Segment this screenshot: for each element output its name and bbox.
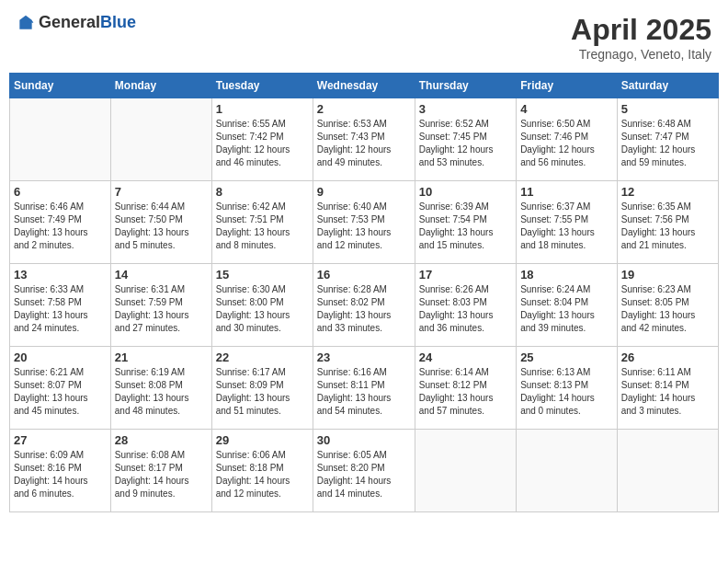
day-number: 7	[115, 185, 208, 199]
day-number: 3	[419, 102, 512, 116]
calendar-week-row: 1Sunrise: 6:55 AM Sunset: 7:42 PM Daylig…	[10, 98, 719, 181]
day-number: 25	[520, 350, 613, 364]
day-info: Sunrise: 6:14 AM Sunset: 8:12 PM Dayligh…	[419, 366, 512, 418]
day-info: Sunrise: 6:28 AM Sunset: 8:02 PM Dayligh…	[317, 283, 411, 335]
table-row: 7Sunrise: 6:44 AM Sunset: 7:50 PM Daylig…	[110, 181, 211, 264]
day-info: Sunrise: 6:08 AM Sunset: 8:17 PM Dayligh…	[115, 449, 208, 500]
location-text: Tregnago, Veneto, Italy	[571, 47, 711, 62]
table-row: 28Sunrise: 6:08 AM Sunset: 8:17 PM Dayli…	[110, 430, 211, 512]
day-number: 13	[14, 268, 107, 282]
day-number: 21	[115, 350, 208, 364]
table-row: 5Sunrise: 6:48 AM Sunset: 7:47 PM Daylig…	[617, 98, 718, 181]
day-info: Sunrise: 6:13 AM Sunset: 8:13 PM Dayligh…	[520, 366, 613, 418]
day-info: Sunrise: 6:37 AM Sunset: 7:55 PM Dayligh…	[520, 201, 613, 252]
day-number: 12	[621, 185, 714, 199]
table-row	[110, 98, 211, 181]
col-sunday: Sunday	[10, 74, 111, 98]
day-info: Sunrise: 6:19 AM Sunset: 8:08 PM Dayligh…	[115, 366, 208, 418]
day-number: 17	[419, 268, 512, 282]
calendar-week-row: 13Sunrise: 6:33 AM Sunset: 7:58 PM Dayli…	[10, 264, 719, 347]
day-info: Sunrise: 6:05 AM Sunset: 8:20 PM Dayligh…	[317, 449, 411, 500]
calendar-week-row: 20Sunrise: 6:21 AM Sunset: 8:07 PM Dayli…	[10, 347, 719, 430]
day-number: 11	[520, 185, 613, 199]
calendar-table: Sunday Monday Tuesday Wednesday Thursday…	[9, 73, 719, 512]
table-row: 17Sunrise: 6:26 AM Sunset: 8:03 PM Dayli…	[415, 264, 516, 347]
day-number: 19	[621, 268, 714, 282]
day-number: 23	[317, 350, 411, 364]
table-row: 1Sunrise: 6:55 AM Sunset: 7:42 PM Daylig…	[211, 98, 313, 181]
table-row: 21Sunrise: 6:19 AM Sunset: 8:08 PM Dayli…	[110, 347, 211, 430]
calendar-week-row: 6Sunrise: 6:46 AM Sunset: 7:49 PM Daylig…	[10, 181, 719, 264]
day-info: Sunrise: 6:44 AM Sunset: 7:50 PM Dayligh…	[115, 201, 208, 252]
day-number: 28	[115, 433, 208, 447]
table-row: 29Sunrise: 6:06 AM Sunset: 8:18 PM Dayli…	[211, 430, 313, 512]
day-info: Sunrise: 6:16 AM Sunset: 8:11 PM Dayligh…	[317, 366, 411, 418]
day-number: 22	[216, 350, 309, 364]
table-row: 22Sunrise: 6:17 AM Sunset: 8:09 PM Dayli…	[211, 347, 313, 430]
day-number: 4	[520, 102, 613, 116]
day-number: 27	[14, 433, 107, 447]
title-area: April 2025 Tregnago, Veneto, Italy	[571, 13, 711, 62]
logo-general-text: General	[39, 13, 100, 31]
table-row: 4Sunrise: 6:50 AM Sunset: 7:46 PM Daylig…	[517, 98, 618, 181]
day-number: 18	[520, 268, 613, 282]
day-number: 8	[216, 185, 309, 199]
table-row: 13Sunrise: 6:33 AM Sunset: 7:58 PM Dayli…	[10, 264, 111, 347]
day-info: Sunrise: 6:33 AM Sunset: 7:58 PM Dayligh…	[14, 283, 107, 335]
table-row: 9Sunrise: 6:40 AM Sunset: 7:53 PM Daylig…	[313, 181, 415, 264]
day-info: Sunrise: 6:31 AM Sunset: 7:59 PM Dayligh…	[115, 283, 208, 335]
day-info: Sunrise: 6:55 AM Sunset: 7:42 PM Dayligh…	[216, 118, 309, 169]
day-info: Sunrise: 6:39 AM Sunset: 7:54 PM Dayligh…	[419, 201, 512, 252]
table-row: 26Sunrise: 6:11 AM Sunset: 8:14 PM Dayli…	[617, 347, 718, 430]
day-info: Sunrise: 6:24 AM Sunset: 8:04 PM Dayligh…	[520, 283, 613, 335]
col-tuesday: Tuesday	[211, 74, 313, 98]
day-number: 14	[115, 268, 208, 282]
table-row: 8Sunrise: 6:42 AM Sunset: 7:51 PM Daylig…	[211, 181, 313, 264]
table-row: 6Sunrise: 6:46 AM Sunset: 7:49 PM Daylig…	[10, 181, 111, 264]
day-info: Sunrise: 6:35 AM Sunset: 7:56 PM Dayligh…	[621, 201, 714, 252]
day-info: Sunrise: 6:52 AM Sunset: 7:45 PM Dayligh…	[419, 118, 512, 169]
day-number: 29	[216, 433, 309, 447]
table-row: 20Sunrise: 6:21 AM Sunset: 8:07 PM Dayli…	[10, 347, 111, 430]
table-row: 3Sunrise: 6:52 AM Sunset: 7:45 PM Daylig…	[415, 98, 516, 181]
col-wednesday: Wednesday	[313, 74, 415, 98]
table-row: 15Sunrise: 6:30 AM Sunset: 8:00 PM Dayli…	[211, 264, 313, 347]
table-row	[415, 430, 516, 512]
table-row: 16Sunrise: 6:28 AM Sunset: 8:02 PM Dayli…	[313, 264, 415, 347]
day-number: 10	[419, 185, 512, 199]
table-row: 27Sunrise: 6:09 AM Sunset: 8:16 PM Dayli…	[10, 430, 111, 512]
calendar-week-row: 27Sunrise: 6:09 AM Sunset: 8:16 PM Dayli…	[10, 430, 719, 512]
table-row: 11Sunrise: 6:37 AM Sunset: 7:55 PM Dayli…	[517, 181, 618, 264]
day-info: Sunrise: 6:21 AM Sunset: 8:07 PM Dayligh…	[14, 366, 107, 418]
table-row	[517, 430, 618, 512]
day-number: 9	[317, 185, 411, 199]
day-info: Sunrise: 6:23 AM Sunset: 8:05 PM Dayligh…	[621, 283, 714, 335]
day-info: Sunrise: 6:06 AM Sunset: 8:18 PM Dayligh…	[216, 449, 309, 500]
day-number: 6	[14, 185, 107, 199]
day-number: 26	[621, 350, 714, 364]
page-header: GeneralBlue April 2025 Tregnago, Veneto,…	[9, 9, 719, 65]
logo-blue-text: Blue	[100, 13, 136, 31]
col-friday: Friday	[517, 74, 618, 98]
table-row: 14Sunrise: 6:31 AM Sunset: 7:59 PM Dayli…	[110, 264, 211, 347]
table-row: 24Sunrise: 6:14 AM Sunset: 8:12 PM Dayli…	[415, 347, 516, 430]
col-monday: Monday	[110, 74, 211, 98]
table-row: 2Sunrise: 6:53 AM Sunset: 7:43 PM Daylig…	[313, 98, 415, 181]
logo: GeneralBlue	[17, 13, 136, 32]
table-row: 30Sunrise: 6:05 AM Sunset: 8:20 PM Dayli…	[313, 430, 415, 512]
day-number: 30	[317, 433, 411, 447]
table-row: 10Sunrise: 6:39 AM Sunset: 7:54 PM Dayli…	[415, 181, 516, 264]
day-info: Sunrise: 6:26 AM Sunset: 8:03 PM Dayligh…	[419, 283, 512, 335]
day-number: 16	[317, 268, 411, 282]
table-row: 18Sunrise: 6:24 AM Sunset: 8:04 PM Dayli…	[517, 264, 618, 347]
table-row	[617, 430, 718, 512]
logo-icon	[17, 14, 35, 32]
day-info: Sunrise: 6:40 AM Sunset: 7:53 PM Dayligh…	[317, 201, 411, 252]
table-row	[10, 98, 111, 181]
col-thursday: Thursday	[415, 74, 516, 98]
day-info: Sunrise: 6:46 AM Sunset: 7:49 PM Dayligh…	[14, 201, 107, 252]
day-number: 24	[419, 350, 512, 364]
day-info: Sunrise: 6:48 AM Sunset: 7:47 PM Dayligh…	[621, 118, 714, 169]
month-title: April 2025	[571, 13, 711, 47]
table-row: 25Sunrise: 6:13 AM Sunset: 8:13 PM Dayli…	[517, 347, 618, 430]
